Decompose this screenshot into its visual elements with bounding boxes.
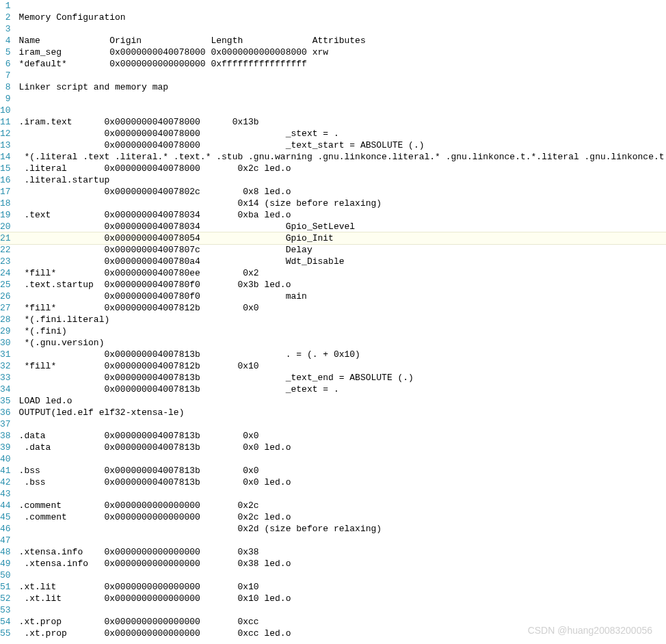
line-number: 54 (0, 616, 19, 628)
line-content: .xtensa.info 0x0000000000000000 0x38 (19, 546, 666, 558)
line-number: 43 (0, 488, 19, 500)
line-content: .comment 0x0000000000000000 0x2c led.o (19, 511, 666, 523)
code-line: 25 .text.startup 0x00000000400780f0 0x3b… (0, 279, 666, 291)
line-content: .data 0x000000004007813b 0x0 led.o (19, 442, 666, 453)
line-content: 0x00000000400780f0 main (19, 291, 666, 302)
line-number: 18 (0, 198, 19, 209)
line-content: .xt.prop 0x0000000000000000 0xcc led.o (19, 628, 666, 639)
line-content: .xt.lit 0x0000000000000000 0x10 (19, 581, 666, 593)
line-number: 22 (0, 244, 19, 256)
line-number: 20 (0, 221, 19, 232)
line-content: 0x000000004007807c Delay (19, 244, 666, 256)
line-number: 19 (0, 209, 19, 221)
code-line: 31 0x000000004007813b . = (. + 0x10) (0, 349, 666, 360)
code-line: 43 (0, 488, 666, 500)
line-content: *fill* 0x000000004007812b 0x10 (19, 360, 666, 372)
line-content (19, 105, 666, 116)
code-line: 34 0x000000004007813b _etext = . (0, 384, 666, 395)
line-content: *fill* 0x00000000400780ee 0x2 (19, 267, 666, 279)
code-line: 41.bss 0x000000004007813b 0x0 (0, 465, 666, 477)
line-number: 47 (0, 535, 19, 546)
code-line: 27 *fill* 0x000000004007812b 0x0 (0, 302, 666, 314)
line-content (19, 569, 666, 581)
code-line: 40 (0, 453, 666, 465)
line-content (19, 418, 666, 430)
line-number: 34 (0, 384, 19, 395)
line-number: 51 (0, 581, 19, 593)
line-number: 11 (0, 116, 19, 128)
code-line: 35LOAD led.o (0, 395, 666, 407)
line-number: 39 (0, 442, 19, 453)
line-content: 0x00000000400780a4 Wdt_Disable (19, 256, 666, 267)
line-number: 16 (0, 174, 19, 186)
line-content: .comment 0x0000000000000000 0x2c (19, 500, 666, 511)
line-number: 52 (0, 593, 19, 604)
code-line: 51.xt.lit 0x0000000000000000 0x10 (0, 581, 666, 593)
code-line: 48.xtensa.info 0x0000000000000000 0x38 (0, 546, 666, 558)
line-content: 0x0000000040078000 _text_start = ABSOLUT… (19, 139, 666, 151)
code-line: 32 *fill* 0x000000004007812b 0x10 (0, 360, 666, 372)
code-line: 42 .bss 0x000000004007813b 0x0 led.o (0, 477, 666, 488)
code-line: 16 .literal.startup (0, 174, 666, 186)
line-number: 24 (0, 267, 19, 279)
line-number: 40 (0, 453, 19, 465)
code-line: 6*default* 0x0000000000000000 0xffffffff… (0, 58, 666, 70)
line-content: .text 0x0000000040078034 0xba led.o (19, 209, 666, 221)
code-line: 3 (0, 23, 666, 35)
line-content: OUTPUT(led.elf elf32-xtensa-le) (19, 407, 666, 418)
line-number: 31 (0, 349, 19, 360)
line-number: 25 (0, 279, 19, 291)
line-number: 46 (0, 523, 19, 535)
line-number: 8 (0, 81, 19, 93)
code-line: 2Memory Configuration (0, 12, 666, 23)
code-line: 13 0x0000000040078000 _text_start = ABSO… (0, 139, 666, 151)
line-number: 12 (0, 128, 19, 139)
code-line: 12 0x0000000040078000 _stext = . (0, 128, 666, 139)
line-number: 41 (0, 465, 19, 477)
line-content (19, 0, 666, 12)
line-content: .literal.startup (19, 174, 666, 186)
line-content: 0x000000004007813b _text_end = ABSOLUTE … (19, 372, 666, 384)
line-content (19, 23, 666, 35)
code-line: 15 .literal 0x0000000040078000 0x2c led.… (0, 163, 666, 174)
line-content: 0x0000000040078000 _stext = . (19, 128, 666, 139)
line-content: .bss 0x000000004007813b 0x0 led.o (19, 477, 666, 488)
code-line: 33 0x000000004007813b _text_end = ABSOLU… (0, 372, 666, 384)
code-line: 44.comment 0x0000000000000000 0x2c (0, 500, 666, 511)
code-line: 47 (0, 535, 666, 546)
line-number: 32 (0, 360, 19, 372)
code-line: 30 *(.gnu.version) (0, 337, 666, 349)
line-number: 44 (0, 500, 19, 511)
line-content: LOAD led.o (19, 395, 666, 407)
line-content: iram_seg 0x0000000040078000 0x0000000000… (19, 46, 666, 58)
line-content: *(.fini) (19, 325, 666, 337)
code-line: 28 *(.fini.literal) (0, 314, 666, 325)
line-number: 45 (0, 511, 19, 523)
line-number: 15 (0, 163, 19, 174)
line-number: 2 (0, 12, 19, 23)
code-line: 21 0x0000000040078054 Gpio_Init (0, 232, 666, 244)
line-content: 0x0000000040078034 Gpio_SetLevel (19, 221, 666, 232)
line-number: 37 (0, 418, 19, 430)
code-line: 38.data 0x000000004007813b 0x0 (0, 430, 666, 442)
line-content (19, 453, 666, 465)
line-number: 14 (0, 151, 19, 163)
line-content: .data 0x000000004007813b 0x0 (19, 430, 666, 442)
line-content: 0x000000004007813b . = (. + 0x10) (19, 349, 666, 360)
code-line: 7 (0, 70, 666, 81)
line-number: 42 (0, 477, 19, 488)
code-line: 37 (0, 418, 666, 430)
code-line: 11.iram.text 0x0000000040078000 0x13b (0, 116, 666, 128)
line-number: 49 (0, 558, 19, 569)
line-content (19, 488, 666, 500)
line-number: 28 (0, 314, 19, 325)
code-line: 23 0x00000000400780a4 Wdt_Disable (0, 256, 666, 267)
line-content: Name Origin Length Attributes (19, 35, 666, 46)
line-content: *default* 0x0000000000000000 0xfffffffff… (19, 58, 666, 70)
line-content: .xt.lit 0x0000000000000000 0x10 led.o (19, 593, 666, 604)
line-number: 23 (0, 256, 19, 267)
code-line: 9 (0, 93, 666, 105)
line-content: 0x14 (size before relaxing) (19, 198, 666, 209)
line-number: 53 (0, 604, 19, 616)
code-line: 1 (0, 0, 666, 12)
